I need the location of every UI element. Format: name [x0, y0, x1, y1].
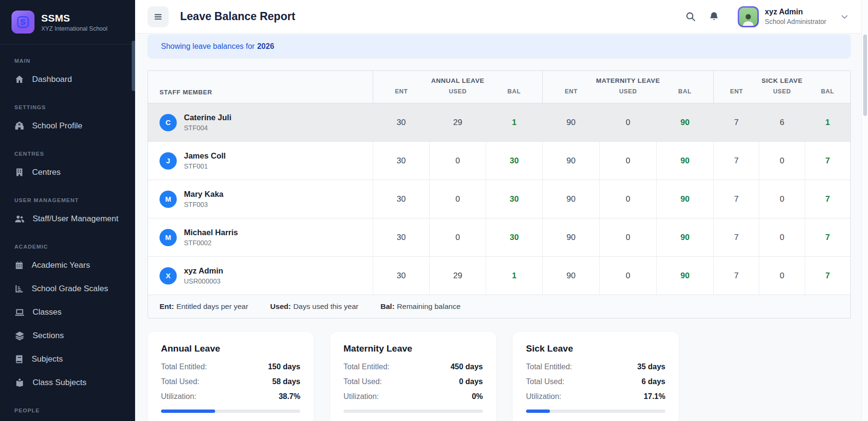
sick-ent: 7 — [713, 103, 759, 141]
page-title: Leave Balance Report — [180, 10, 295, 23]
banner-year: 2026 — [257, 42, 274, 51]
subheader-ent: ENT — [714, 88, 759, 95]
main-area: Leave Balance Report xyz Admin School Ad… — [135, 0, 868, 421]
legend-ent: Ent:Entitled days per year — [160, 302, 248, 311]
staff-id: USR000003 — [184, 277, 223, 285]
annual-ent: 30 — [373, 257, 429, 295]
sidebar-item-academic-years[interactable]: Academic Years — [0, 253, 135, 277]
staff-id: STF004 — [184, 124, 231, 132]
used-value: 6 days — [641, 377, 665, 386]
notifications-button[interactable] — [708, 11, 720, 22]
maternity-used: 0 — [599, 142, 656, 180]
sick-bal: 7 — [805, 180, 850, 218]
sidebar-item-label: Staff/User Management — [33, 214, 118, 224]
table-row[interactable]: X xyz Admin USR000003 30 29 1 90 0 90 7 … — [148, 257, 850, 295]
sidebar-item-label: Centres — [32, 168, 61, 177]
sick-used: 0 — [759, 257, 804, 295]
banner-text: Showing leave balances for — [161, 42, 255, 51]
table-row[interactable]: M Michael Harris STF0002 30 0 30 90 0 90… — [148, 218, 850, 257]
annual-bal: 1 — [486, 257, 542, 295]
sick-used: 6 — [759, 103, 804, 141]
used-label: Total Used: — [161, 377, 199, 386]
user-role: School Administrator — [765, 18, 826, 25]
search-button[interactable] — [685, 11, 696, 22]
staff-avatar: M — [160, 191, 177, 208]
sidebar-scrollbar-thumb[interactable] — [132, 41, 135, 91]
staff-cell: M Michael Harris STF0002 — [148, 218, 373, 256]
subheader-ent: ENT — [543, 88, 600, 95]
entitled-label: Total Entitled: — [526, 363, 572, 371]
staff-id: STF003 — [184, 201, 224, 208]
subheader-bal: BAL — [656, 88, 713, 95]
sidebar-item-subjects[interactable]: Subjects — [0, 347, 135, 371]
sidebar-item-label: School Profile — [32, 121, 82, 131]
sidebar-item-school-profile[interactable]: School Profile — [0, 114, 135, 137]
user-menu[interactable]: xyz Admin School Administrator — [738, 6, 849, 27]
sidebar-item-staff-user-management[interactable]: Staff/User Management — [0, 207, 135, 230]
sidebar-item-classes[interactable]: Classes — [0, 300, 135, 324]
sidebar-item-dashboard[interactable]: Dashboard — [0, 68, 135, 91]
sick-ent: 7 — [713, 180, 759, 218]
annual-used: 0 — [429, 218, 486, 256]
staff-avatar: C — [160, 114, 177, 131]
sick-bal: 1 — [805, 103, 850, 141]
sick-used: 0 — [759, 218, 804, 256]
staff-cell: X xyz Admin USR000003 — [148, 257, 373, 295]
leave-balance-table: STAFF MEMBER ANNUAL LEAVE ENT USED BAL M… — [148, 70, 851, 319]
annual-ent: 30 — [373, 218, 429, 256]
card-title: Annual Leave — [161, 343, 300, 354]
staff-cell: M Mary Kaka STF003 — [148, 180, 373, 218]
column-group-sick-leave: SICK LEAVE ENT USED BAL — [713, 71, 850, 103]
brand-name: SSMS — [41, 12, 107, 24]
subheader-bal: BAL — [486, 88, 542, 95]
maternity-ent: 90 — [542, 180, 599, 218]
maternity-bal: 90 — [656, 218, 713, 256]
table-row[interactable]: J James Coll STF001 30 0 30 90 0 90 7 0 … — [148, 142, 850, 180]
sidebar-item-class-subjects[interactable]: Class Subjects — [0, 371, 135, 394]
utilization-label: Utilization: — [343, 392, 379, 401]
topbar-right: xyz Admin School Administrator — [685, 6, 849, 27]
subheader-used: USED — [600, 88, 657, 95]
annual-ent: 30 — [373, 142, 429, 180]
staff-cell: C Caterine Juli STF004 — [148, 103, 373, 141]
maternity-ent: 90 — [542, 142, 599, 180]
card-title: Sick Leave — [526, 343, 665, 354]
maternity-leave-card: Maternity Leave Total Entitled:450 days … — [330, 332, 496, 421]
menu-button[interactable] — [148, 6, 169, 27]
home-icon — [14, 74, 24, 84]
column-group-annual-leave: ANNUAL LEAVE ENT USED BAL — [373, 71, 542, 103]
maternity-bal: 90 — [656, 142, 713, 180]
column-group-maternity-leave: MATERNITY LEAVE ENT USED BAL — [542, 71, 713, 103]
annual-used: 0 — [429, 142, 486, 180]
calendar-icon — [14, 261, 24, 270]
page-scrollbar[interactable] — [861, 0, 868, 421]
chevron-down-icon — [840, 12, 849, 21]
page-scrollbar-thumb[interactable] — [863, 34, 867, 116]
maternity-ent: 90 — [542, 103, 599, 141]
entitled-value: 150 days — [268, 363, 300, 371]
maternity-used: 0 — [599, 218, 656, 256]
used-value: 58 days — [272, 377, 300, 386]
sidebar-item-centres[interactable]: Centres — [0, 160, 135, 184]
staff-cell: J James Coll STF001 — [148, 142, 373, 180]
table-row[interactable]: C Caterine Juli STF004 30 29 1 90 0 90 7… — [148, 103, 850, 142]
sick-leave-card: Sick Leave Total Entitled:35 days Total … — [513, 332, 679, 421]
table-row[interactable]: M Mary Kaka STF003 30 0 30 90 0 90 7 0 7 — [148, 180, 850, 218]
legend-bal: Bal:Remaining balance — [380, 302, 460, 311]
brand: SSMS XYZ International School — [0, 0, 135, 45]
maternity-used: 0 — [599, 257, 656, 295]
grade-scales-icon — [14, 284, 24, 294]
maternity-used: 0 — [599, 103, 656, 141]
sidebar-nav: MAIN Dashboard SETTINGS School Profile C… — [0, 58, 135, 415]
entitled-value: 450 days — [450, 363, 483, 371]
utilization-value: 0% — [472, 392, 483, 401]
card-title: Maternity Leave — [343, 343, 483, 354]
annual-leave-card: Annual Leave Total Entitled:150 days Tot… — [148, 332, 314, 421]
annual-used: 0 — [429, 180, 486, 218]
subheader-ent: ENT — [373, 88, 430, 95]
building-icon — [14, 167, 24, 177]
maternity-bal: 90 — [656, 103, 713, 141]
maternity-ent: 90 — [542, 257, 599, 295]
sidebar-item-sections[interactable]: Sections — [0, 324, 135, 347]
sidebar-item-school-grade-scales[interactable]: School Grade Scales — [0, 277, 135, 300]
